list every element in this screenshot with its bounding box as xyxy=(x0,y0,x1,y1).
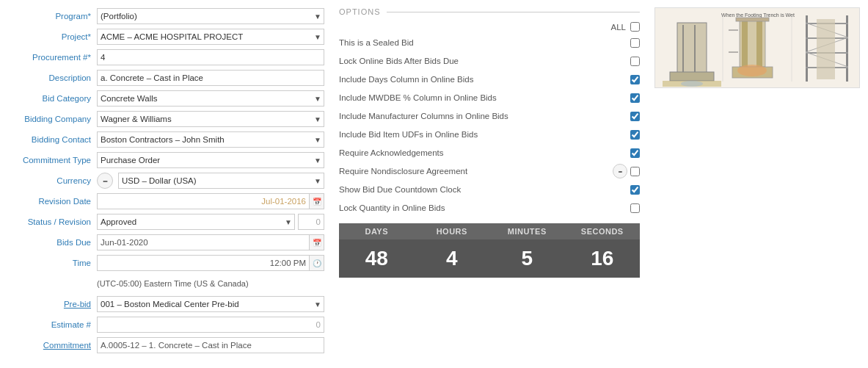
commitment-type-select[interactable]: Purchase Order xyxy=(97,152,324,168)
commitment-input[interactable] xyxy=(97,337,324,353)
procurement-label: Procurement #* xyxy=(9,53,97,62)
prebid-link[interactable]: Pre-bid xyxy=(64,300,91,309)
nondisclosure-info-button[interactable]: ••• xyxy=(613,164,627,178)
status-select[interactable]: Approved xyxy=(97,214,295,230)
svg-rect-17 xyxy=(846,15,848,82)
time-clock-icon[interactable]: 🕐 xyxy=(310,255,324,271)
option-sealed-bid-checkbox[interactable] xyxy=(630,38,640,48)
project-label: Project* xyxy=(9,32,97,41)
currency-row: Currency ••• USD – Dollar (USA) ▼ xyxy=(9,172,324,190)
procurement-input[interactable]: 4 xyxy=(97,49,324,65)
description-input[interactable] xyxy=(97,70,324,86)
currency-info-button[interactable]: ••• xyxy=(97,173,113,189)
option-acknowledgements-checkbox[interactable] xyxy=(630,148,640,158)
project-select[interactable]: ACME – ACME HOSPITAL PROJECT xyxy=(97,29,324,45)
bids-due-input[interactable] xyxy=(97,234,310,250)
estimate-label: Estimate # xyxy=(9,320,97,329)
option-row-acknowledgements: Require Acknowledgements xyxy=(339,145,640,161)
countdown-days-header: DAYS xyxy=(339,223,415,239)
project-row: Project* ACME – ACME HOSPITAL PROJECT ▼ xyxy=(9,28,324,46)
option-acknowledgements-text: Require Acknowledgements xyxy=(339,148,630,157)
option-countdown-checkbox[interactable] xyxy=(630,185,640,195)
options-header: OPTIONS xyxy=(339,7,640,16)
option-udf-checkbox[interactable] xyxy=(630,130,640,140)
option-days-column-text: Include Days Column in Online Bids xyxy=(339,75,630,84)
options-all-checkbox[interactable] xyxy=(630,22,640,32)
option-manufacturer-checkbox[interactable] xyxy=(630,112,640,121)
svg-point-13 xyxy=(737,65,767,76)
currency-select[interactable]: USD – Dollar (USA) xyxy=(118,173,324,189)
bidding-company-label: Bidding Company xyxy=(9,115,97,123)
description-row: Description xyxy=(9,69,324,87)
options-title: OPTIONS xyxy=(339,7,381,16)
option-udf-text: Include Bid Item UDFs in Online Bids xyxy=(339,130,630,139)
option-nondisclosure-extra: ••• xyxy=(613,164,640,178)
bid-category-row: Bid Category Concrete Walls ▼ xyxy=(9,90,324,107)
timezone-text: (UTC-05:00) Eastern Time (US & Canada) xyxy=(97,279,249,288)
svg-rect-2 xyxy=(677,23,707,78)
revision-date-input[interactable] xyxy=(97,193,310,209)
bidding-contact-row: Bidding Contact Boston Contractors – Joh… xyxy=(9,131,324,148)
time-label: Time xyxy=(9,259,97,267)
bidding-contact-label: Bidding Contact xyxy=(9,135,97,144)
option-mwdbe-text: Include MWDBE % Column in Online Bids xyxy=(339,93,630,102)
status-revision-field: Approved ▼ xyxy=(97,214,324,230)
svg-rect-16 xyxy=(806,15,808,82)
prebid-select[interactable]: 001 – Boston Medical Center Pre-bid xyxy=(97,296,324,312)
commitment-link[interactable]: Commitment xyxy=(43,341,91,350)
status-revision-row: Status / Revision Approved ▼ xyxy=(9,213,324,231)
program-label: Program* xyxy=(9,12,97,21)
prebid-row: Pre-bid 001 – Boston Medical Center Pre-… xyxy=(9,295,324,313)
revision-number-input[interactable] xyxy=(298,214,324,230)
countdown-body: 48 4 5 16 xyxy=(339,239,640,278)
option-nondisclosure-checkbox[interactable] xyxy=(630,167,640,176)
option-row-mwdbe: Include MWDBE % Column in Online Bids xyxy=(339,90,640,106)
currency-label: Currency xyxy=(9,176,97,185)
option-row-udf: Include Bid Item UDFs in Online Bids xyxy=(339,126,640,142)
option-lock-qty-text: Lock Quantity in Online Bids xyxy=(339,203,630,212)
commitment-row: Commitment xyxy=(9,336,324,354)
revision-date-field: 📅 xyxy=(97,193,324,209)
bidding-contact-select[interactable]: Boston Contractors – John Smith xyxy=(97,131,324,148)
countdown-hours-value: 4 xyxy=(415,239,490,278)
svg-rect-11 xyxy=(736,18,769,21)
time-field: 🕐 xyxy=(97,255,324,271)
svg-point-7 xyxy=(681,81,703,87)
option-nondisclosure-text: Require Nondisclosure Agreement xyxy=(339,167,613,176)
option-lock-qty-checkbox[interactable] xyxy=(630,203,640,213)
bids-due-calendar-icon[interactable]: 📅 xyxy=(310,234,324,250)
description-label: Description xyxy=(9,73,97,82)
svg-rect-5 xyxy=(670,72,714,81)
svg-rect-25 xyxy=(817,19,835,79)
options-all-label: ALL xyxy=(611,23,626,32)
option-manufacturer-text: Include Manufacturer Columns in Online B… xyxy=(339,112,630,120)
option-days-column-checkbox[interactable] xyxy=(630,75,640,84)
options-divider xyxy=(387,12,640,12)
option-row-lock-bids: Lock Online Bids After Bids Due xyxy=(339,53,640,69)
bidding-company-select[interactable]: Wagner & Williams xyxy=(97,111,324,127)
option-mwdbe-checkbox[interactable] xyxy=(630,93,640,103)
countdown-section: DAYS HOURS MINUTES SECONDS 48 4 5 16 xyxy=(339,223,640,278)
prebid-label-spacer: Pre-bid xyxy=(9,300,97,309)
bidding-company-row: Bidding Company Wagner & Williams ▼ xyxy=(9,110,324,128)
time-input[interactable] xyxy=(97,255,310,271)
form-section: Program* (Portfolio) ▼ Project* ACME – A… xyxy=(9,7,324,357)
status-revision-label: Status / Revision xyxy=(9,217,97,226)
option-lock-bids-text: Lock Online Bids After Bids Due xyxy=(339,57,630,65)
option-row-lock-qty: Lock Quantity in Online Bids xyxy=(339,200,640,216)
procurement-row: Procurement #* 4 xyxy=(9,48,324,66)
time-row: Time 🕐 xyxy=(9,254,324,272)
countdown-header: DAYS HOURS MINUTES SECONDS xyxy=(339,223,640,239)
option-row-countdown: Show Bid Due Countdown Clock xyxy=(339,181,640,198)
bid-category-label: Bid Category xyxy=(9,94,97,103)
construction-diagram-image: When the Footing Trench is Wet xyxy=(654,7,860,88)
option-lock-bids-checkbox[interactable] xyxy=(630,57,640,66)
program-select[interactable]: (Portfolio) xyxy=(97,8,324,24)
bids-due-row: Bids Due 📅 xyxy=(9,234,324,251)
commitment-type-label: Commitment Type xyxy=(9,156,97,165)
revision-date-calendar-icon[interactable]: 📅 xyxy=(310,193,324,209)
option-countdown-text: Show Bid Due Countdown Clock xyxy=(339,185,630,194)
timezone-row: (UTC-05:00) Eastern Time (US & Canada) xyxy=(9,275,324,292)
estimate-input[interactable] xyxy=(97,317,324,333)
bid-category-select[interactable]: Concrete Walls xyxy=(97,90,324,107)
